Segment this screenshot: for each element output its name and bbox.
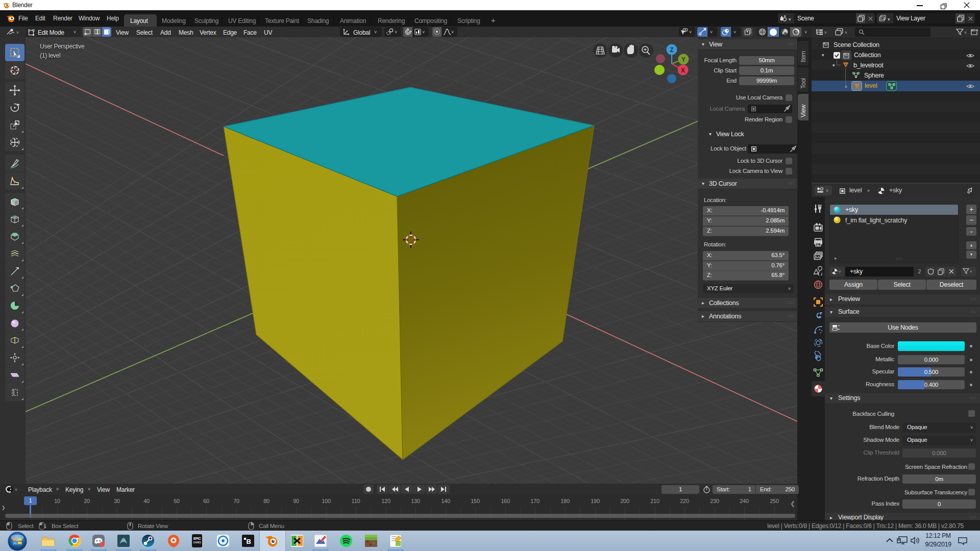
svg-text:EPIC: EPIC [193, 537, 201, 540]
svg-text:Z: Z [670, 46, 673, 54]
svg-text:B: B [246, 538, 251, 545]
svg-text:GAMES: GAMES [193, 541, 201, 544]
